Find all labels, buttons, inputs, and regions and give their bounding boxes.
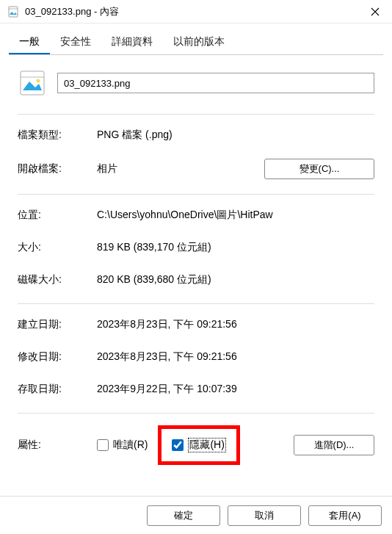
tabs: 一般 安全性 詳細資料 以前的版本 — [9, 31, 383, 55]
highlight-box: 隱藏(H) — [158, 425, 239, 465]
cancel-button[interactable]: 取消 — [228, 505, 301, 526]
readonly-checkbox[interactable] — [97, 439, 109, 451]
file-image-icon — [7, 6, 19, 18]
svg-rect-0 — [9, 7, 18, 17]
tab-panel-general: 檔案類型: PNG 檔案 (.png) 開啟檔案: 相片 變更(C)... 位置… — [9, 55, 383, 465]
value-created: 2023年8月23日, 下午 09:21:56 — [97, 318, 374, 331]
readonly-checkbox-wrap[interactable]: 唯讀(R) — [97, 439, 148, 452]
hidden-label: 隱藏(H) — [188, 438, 225, 452]
svg-rect-1 — [21, 71, 44, 95]
row-modified: 修改日期: 2023年8月23日, 下午 09:21:56 — [18, 348, 374, 366]
hidden-checkbox[interactable] — [172, 439, 184, 451]
row-accessed: 存取日期: 2023年9月22日, 下午 10:07:39 — [18, 380, 374, 398]
close-button[interactable] — [358, 0, 392, 24]
label-attributes: 屬性: — [18, 439, 97, 452]
row-location: 位置: C:\Users\yohnu\OneDrive\圖片\HitPaw — [18, 206, 374, 224]
row-openswith: 開啟檔案: 相片 變更(C)... — [18, 159, 374, 179]
value-openswith: 相片 — [97, 162, 264, 176]
label-openswith: 開啟檔案: — [18, 162, 97, 176]
filename-input[interactable] — [57, 73, 374, 93]
window-title: 03_092133.png - 內容 — [25, 5, 358, 18]
tab-general[interactable]: 一般 — [9, 31, 50, 54]
svg-point-2 — [37, 79, 40, 83]
dialog-footer: 確定 取消 套用(A) — [0, 496, 392, 534]
divider — [18, 194, 374, 195]
tab-previous-versions[interactable]: 以前的版本 — [163, 31, 235, 54]
change-button[interactable]: 變更(C)... — [264, 159, 374, 179]
value-size-on-disk: 820 KB (839,680 位元組) — [97, 273, 374, 286]
row-size-on-disk: 磁碟大小: 820 KB (839,680 位元組) — [18, 271, 374, 289]
readonly-label: 唯讀(R) — [113, 439, 148, 452]
value-accessed: 2023年9月22日, 下午 10:07:39 — [97, 383, 374, 396]
label-location: 位置: — [18, 209, 97, 222]
close-icon — [371, 7, 380, 16]
divider — [18, 303, 374, 304]
apply-button[interactable]: 套用(A) — [308, 505, 382, 526]
label-accessed: 存取日期: — [18, 383, 97, 396]
row-filetype: 檔案類型: PNG 檔案 (.png) — [18, 126, 374, 144]
label-size: 大小: — [18, 241, 97, 254]
file-thumbnail-icon — [18, 68, 47, 98]
ok-button[interactable]: 確定 — [147, 505, 220, 526]
divider — [18, 413, 374, 414]
value-location: C:\Users\yohnu\OneDrive\圖片\HitPaw — [97, 209, 374, 222]
content-area: 一般 安全性 詳細資料 以前的版本 檔案類型: PNG 檔案 (.png) 開啟… — [0, 24, 392, 465]
row-size: 大小: 819 KB (839,170 位元組) — [18, 239, 374, 256]
hidden-checkbox-wrap[interactable]: 隱藏(H) — [172, 438, 225, 452]
label-created: 建立日期: — [18, 318, 97, 331]
value-filetype: PNG 檔案 (.png) — [97, 129, 374, 142]
row-attributes: 屬性: 唯讀(R) 隱藏(H) 進階(D)... — [18, 425, 374, 465]
value-modified: 2023年8月23日, 下午 09:21:56 — [97, 350, 374, 364]
label-filetype: 檔案類型: — [18, 129, 97, 142]
row-created: 建立日期: 2023年8月23日, 下午 09:21:56 — [18, 316, 374, 333]
advanced-button[interactable]: 進階(D)... — [294, 435, 374, 455]
tab-security[interactable]: 安全性 — [50, 31, 101, 54]
tab-details[interactable]: 詳細資料 — [101, 31, 163, 54]
value-size: 819 KB (839,170 位元組) — [97, 241, 374, 254]
file-header — [18, 68, 374, 98]
divider — [18, 114, 374, 115]
titlebar: 03_092133.png - 內容 — [0, 0, 392, 24]
label-modified: 修改日期: — [18, 350, 97, 364]
label-size-on-disk: 磁碟大小: — [18, 273, 97, 286]
